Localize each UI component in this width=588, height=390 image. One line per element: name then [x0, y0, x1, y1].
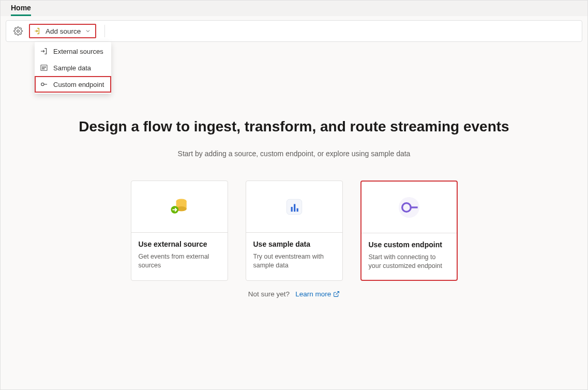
data-grid-icon	[40, 64, 48, 72]
svg-line-20	[336, 291, 339, 294]
svg-rect-15	[291, 207, 292, 212]
arrow-into-bracket-icon	[40, 47, 48, 55]
footer-prefix: Not sure yet?	[248, 290, 290, 298]
import-icon	[34, 27, 42, 35]
svg-point-7	[42, 68, 43, 69]
endpoint-icon	[399, 197, 419, 218]
card-thumb	[361, 182, 457, 233]
dropdown-item-label: External sources	[53, 48, 103, 55]
tab-bar: Home	[1, 1, 587, 16]
gear-icon	[13, 26, 23, 36]
database-arrow-icon	[168, 196, 191, 218]
dropdown-item-label: Sample data	[53, 64, 91, 72]
tab-home[interactable]: Home	[11, 1, 31, 16]
empty-state: Design a flow to ingest, transform, and …	[1, 118, 587, 298]
svg-rect-17	[296, 208, 298, 211]
card-title: Use external source	[139, 240, 220, 248]
learn-more-link[interactable]: Learn more	[295, 290, 340, 298]
page-headline: Design a flow to ingest, transform, and …	[1, 118, 587, 135]
external-link-icon	[333, 291, 340, 297]
svg-point-9	[41, 83, 44, 85]
add-source-button[interactable]: Add source	[29, 24, 96, 38]
card-title: Use sample data	[253, 240, 335, 248]
ribbon-toolbar: Add source	[6, 20, 582, 42]
learn-more-label: Learn more	[295, 290, 331, 298]
dropdown-item-label: Custom endpoint	[53, 81, 104, 88]
settings-button[interactable]	[12, 25, 24, 37]
page-subhead: Start by adding a source, custom endpoin…	[1, 149, 587, 158]
add-source-label: Add source	[46, 27, 81, 35]
card-title: Use custom endpoint	[369, 241, 449, 249]
svg-point-18	[402, 203, 411, 212]
svg-point-0	[17, 30, 20, 33]
card-thumb	[246, 181, 342, 233]
svg-point-6	[45, 67, 46, 67]
bar-chart-icon	[283, 196, 306, 218]
dropdown-item-sample-data[interactable]: Sample data	[35, 59, 111, 76]
dropdown-item-custom-endpoint[interactable]: Custom endpoint	[35, 76, 111, 93]
svg-rect-3	[41, 65, 47, 71]
svg-point-8	[43, 68, 44, 69]
toolbar-divider	[104, 25, 105, 37]
dropdown-item-external-sources[interactable]: External sources	[35, 43, 111, 59]
tab-home-label: Home	[11, 4, 31, 12]
endpoint-icon	[40, 80, 48, 88]
option-cards-row: Use external source Get events from exte…	[1, 181, 587, 281]
add-source-dropdown: External sources Sample data Custom endp…	[35, 42, 111, 94]
card-external-source[interactable]: Use external source Get events from exte…	[131, 181, 228, 281]
card-desc: Try out eventstream with sample data	[253, 252, 335, 270]
card-desc: Get events from external sources	[139, 252, 220, 270]
chevron-down-icon	[85, 28, 91, 34]
card-desc: Start with connecting to your customized…	[369, 253, 449, 271]
svg-point-5	[43, 67, 44, 67]
footer-note: Not sure yet? Learn more	[1, 290, 587, 298]
card-thumb	[131, 181, 228, 233]
card-custom-endpoint[interactable]: Use custom endpoint Start with connectin…	[360, 181, 458, 281]
card-sample-data[interactable]: Use sample data Try out eventstream with…	[246, 181, 343, 281]
svg-point-4	[42, 67, 43, 67]
svg-rect-16	[294, 204, 295, 212]
